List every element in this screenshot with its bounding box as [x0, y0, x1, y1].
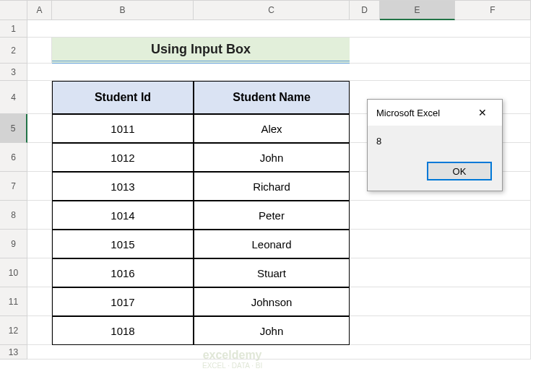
table-cell-id[interactable]: 1012 [52, 143, 194, 172]
cell[interactable] [350, 230, 531, 258]
table-cell-name[interactable]: Leonard [194, 230, 350, 258]
cell[interactable] [27, 345, 531, 360]
row-header-3[interactable]: 3 [0, 64, 27, 81]
table-cell-name[interactable]: Stuart [194, 258, 350, 287]
table-cell-id[interactable]: 1015 [52, 230, 194, 258]
ok-button[interactable]: OK [427, 162, 492, 180]
dialog-message: 8 [368, 126, 502, 156]
cell[interactable] [27, 258, 52, 287]
dialog-footer: OK [368, 156, 502, 191]
table-cell-id[interactable]: 1011 [52, 114, 194, 143]
row-header-12[interactable]: 12 [0, 316, 27, 345]
select-all-corner[interactable] [0, 0, 27, 20]
col-header-D[interactable]: D [350, 0, 380, 20]
row-header-8[interactable]: 8 [0, 201, 27, 230]
cell[interactable] [27, 316, 52, 345]
cell[interactable] [27, 38, 52, 64]
col-header-C[interactable]: C [194, 0, 350, 20]
cell[interactable] [27, 20, 531, 38]
cell[interactable] [27, 114, 52, 143]
row-header-2[interactable]: 2 [0, 38, 27, 64]
table-cell-name[interactable]: John [194, 316, 350, 345]
cell[interactable] [27, 287, 52, 316]
table-cell-id[interactable]: 1018 [52, 316, 194, 345]
table-cell-id[interactable]: 1017 [52, 287, 194, 316]
dialog-header: Microsoft Excel ✕ [368, 100, 502, 126]
row-header-10[interactable]: 10 [0, 258, 27, 287]
row-header-6[interactable]: 6 [0, 143, 27, 172]
cell[interactable] [350, 316, 531, 345]
row-header-11[interactable]: 11 [0, 287, 27, 316]
table-cell-id[interactable]: 1016 [52, 258, 194, 287]
cell[interactable] [27, 172, 52, 201]
cell[interactable] [350, 287, 531, 316]
page-title: Using Input Box [52, 38, 350, 64]
row-header-9[interactable]: 9 [0, 230, 27, 258]
row-header-7[interactable]: 7 [0, 172, 27, 201]
cell[interactable] [27, 201, 52, 230]
row-header-5[interactable]: 5 [0, 114, 27, 143]
cell[interactable] [350, 38, 531, 64]
table-header-id[interactable]: Student Id [52, 81, 194, 114]
close-icon[interactable]: ✕ [470, 104, 495, 121]
cell[interactable] [27, 230, 52, 258]
row-header-13[interactable]: 13 [0, 345, 27, 360]
table-header-name[interactable]: Student Name [194, 81, 350, 114]
cell[interactable] [27, 143, 52, 172]
col-header-E[interactable]: E [380, 0, 455, 20]
table-cell-id[interactable]: 1014 [52, 201, 194, 230]
cell[interactable] [350, 258, 531, 287]
table-cell-name[interactable]: John [194, 143, 350, 172]
col-header-B[interactable]: B [52, 0, 194, 20]
table-cell-id[interactable]: 1013 [52, 172, 194, 201]
table-cell-name[interactable]: Alex [194, 114, 350, 143]
row-header-4[interactable]: 4 [0, 81, 27, 114]
table-cell-name[interactable]: Peter [194, 201, 350, 230]
cell[interactable] [350, 201, 531, 230]
dialog-title: Microsoft Excel [376, 108, 440, 118]
cell[interactable] [27, 64, 531, 81]
cell[interactable] [27, 81, 52, 114]
message-box-dialog: Microsoft Excel ✕ 8 OK [367, 99, 503, 191]
table-cell-name[interactable]: Johnson [194, 287, 350, 316]
col-header-A[interactable]: A [27, 0, 52, 20]
table-cell-name[interactable]: Richard [194, 172, 350, 201]
row-header-1[interactable]: 1 [0, 20, 27, 38]
col-header-F[interactable]: F [455, 0, 531, 20]
